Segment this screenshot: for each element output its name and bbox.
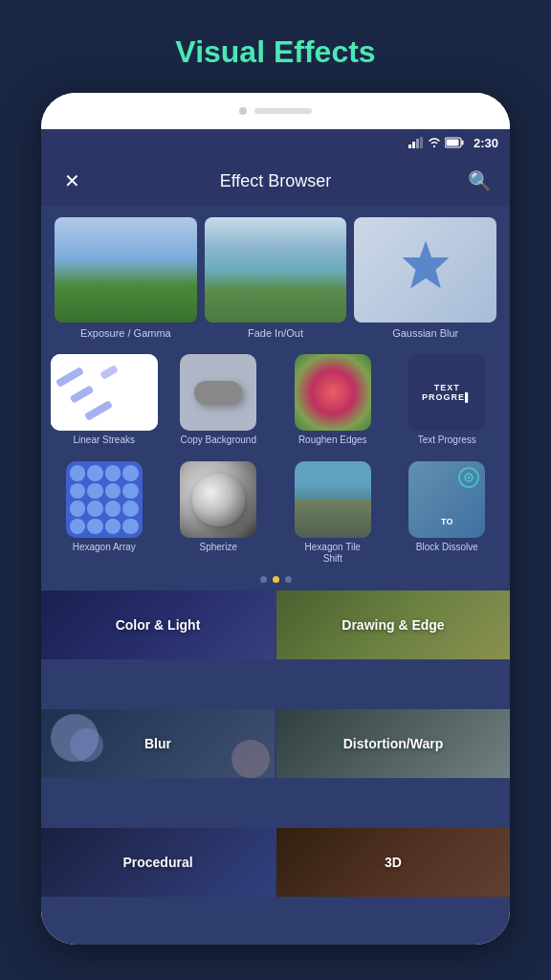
page-title: Visual Effects — [175, 34, 375, 70]
pagination-dot-3[interactable] — [285, 576, 292, 583]
thumb-lake — [205, 217, 347, 323]
effect-thumb-block-dissolve: TO — [408, 461, 485, 538]
thumb-sky — [55, 217, 197, 323]
category-item-drawing[interactable]: Drawing & Edge — [276, 590, 510, 659]
content-area: Exposure / Gamma Fade In/Out Gau — [41, 206, 510, 945]
dissolve-text: TO — [441, 517, 452, 526]
featured-row: Exposure / Gamma Fade In/Out Gau — [41, 206, 510, 346]
svg-rect-0 — [408, 145, 411, 148]
signal-icon — [408, 137, 424, 148]
effect-label-roughen: Roughen Edges — [298, 434, 367, 446]
category-label-3d: 3D — [385, 855, 402, 870]
category-grid: Color & Light Drawing & Edge Blur Distor… — [41, 590, 510, 945]
wifi-icon — [428, 137, 441, 148]
close-button[interactable]: ✕ — [55, 164, 89, 198]
category-label-drawing: Drawing & Edge — [342, 617, 444, 633]
dissolve-svg — [463, 472, 474, 483]
svg-point-9 — [468, 477, 471, 479]
phone-speaker — [254, 108, 312, 114]
effect-label-hex-tile: Hexagon Tile Shift — [295, 542, 371, 565]
status-bar: 2:30 — [41, 129, 510, 156]
text-progress-line2: PROGRE▌ — [422, 392, 472, 402]
thumb-star — [354, 217, 496, 323]
battery-icon — [445, 137, 464, 148]
category-label-color-light: Color & Light — [116, 617, 201, 633]
sphere-inner — [192, 474, 245, 526]
svg-rect-6 — [446, 140, 458, 146]
svg-rect-2 — [416, 139, 419, 148]
effect-label-hexagon-array: Hexagon Array — [73, 542, 136, 553]
featured-item-fade[interactable]: Fade In/Out — [205, 217, 347, 339]
pagination-dot-1[interactable] — [260, 576, 267, 583]
effect-item-spherize[interactable]: Spherize — [165, 461, 273, 565]
category-label-blur: Blur — [144, 736, 171, 751]
hex-dots — [66, 461, 143, 538]
effect-thumb-hexagon-array — [66, 461, 143, 538]
phone-camera — [239, 107, 247, 115]
text-progress-line1: TEXT — [434, 383, 460, 392]
category-item-distortion[interactable]: Distortion/Warp — [276, 709, 510, 778]
app-bar: ✕ Effect Browser 🔍 — [41, 156, 510, 206]
effect-label-spherize: Spherize — [200, 542, 237, 553]
pagination — [41, 572, 510, 590]
effects-grid-row1: Linear Streaks Copy Background Roughen E… — [41, 346, 510, 454]
svg-marker-7 — [402, 240, 449, 288]
dissolve-icon — [458, 467, 479, 488]
category-item-color-light[interactable]: Color & Light — [41, 590, 275, 659]
effect-item-block-dissolve[interactable]: TO Block Dissolve — [394, 461, 501, 565]
category-item-3d[interactable]: 3D — [276, 828, 510, 897]
effect-thumb-text-progress: TEXT PROGRE▌ — [408, 354, 485, 431]
search-button[interactable]: 🔍 — [462, 164, 496, 198]
featured-thumb-gaussian — [354, 217, 496, 323]
featured-label-fade: Fade In/Out — [248, 327, 303, 339]
pagination-dot-2[interactable] — [273, 576, 279, 583]
featured-label-gaussian: Gaussian Blur — [392, 327, 458, 339]
copy-shape — [194, 381, 242, 405]
svg-rect-1 — [412, 142, 415, 148]
effects-grid-row2: Hexagon Array Spherize Hexagon Tile Shif… — [41, 454, 510, 572]
featured-thumb-exposure — [55, 217, 197, 323]
featured-item-gaussian[interactable]: Gaussian Blur — [354, 217, 496, 339]
category-item-blur[interactable]: Blur — [41, 709, 275, 778]
effect-item-text-progress[interactable]: TEXT PROGRE▌ Text Progress — [394, 354, 501, 446]
featured-label-exposure: Exposure / Gamma — [80, 327, 171, 339]
effect-thumb-roughen — [295, 354, 371, 431]
effect-item-hexagon-array[interactable]: Hexagon Array — [51, 461, 158, 565]
effect-thumb-spherize — [180, 461, 256, 538]
effect-label-linear-streaks: Linear Streaks — [74, 434, 135, 446]
svg-rect-5 — [461, 141, 463, 145]
effect-label-copy-bg: Copy Background — [181, 434, 257, 446]
hex-tile-mountain — [295, 500, 371, 538]
featured-thumb-fade — [205, 217, 347, 323]
star-svg — [392, 236, 459, 303]
status-time: 2:30 — [474, 136, 498, 150]
category-label-procedural: Procedural — [122, 855, 192, 870]
status-icons: 2:30 — [408, 136, 498, 150]
phone-frame: 2:30 ✕ Effect Browser 🔍 Exposure / Gamma… — [41, 93, 510, 945]
effect-thumb-hex-tile — [295, 461, 371, 538]
effect-label-block-dissolve: Block Dissolve — [416, 542, 478, 553]
effect-item-linear-streaks[interactable]: Linear Streaks — [51, 354, 158, 446]
phone-top-bar — [41, 93, 510, 129]
effect-thumb-linear-streaks — [51, 354, 158, 431]
effect-item-copy-bg[interactable]: Copy Background — [165, 354, 273, 446]
effect-thumb-copy-bg — [180, 354, 256, 431]
featured-item-exposure[interactable]: Exposure / Gamma — [55, 217, 197, 339]
effect-item-hex-tile[interactable]: Hexagon Tile Shift — [279, 461, 386, 565]
effect-item-roughen[interactable]: Roughen Edges — [279, 354, 386, 446]
svg-rect-3 — [420, 137, 423, 148]
app-bar-title: Effect Browser — [89, 171, 462, 191]
category-item-procedural[interactable]: Procedural — [41, 828, 275, 897]
effect-label-text-progress: Text Progress — [418, 434, 476, 446]
category-label-distortion: Distortion/Warp — [343, 736, 443, 751]
